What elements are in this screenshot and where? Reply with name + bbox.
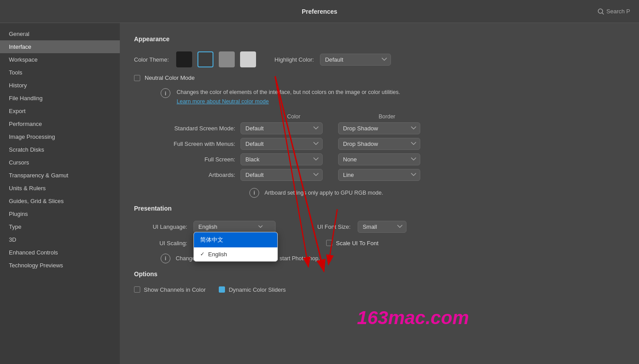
neutral-color-label: Neutral Color Mode	[145, 74, 195, 81]
sidebar-item-performance[interactable]: Performance	[0, 117, 120, 130]
color-theme-label: Color Theme:	[134, 56, 169, 63]
title-bar: Preferences Search P	[0, 0, 639, 23]
dynamic-color-checkbox[interactable]	[219, 286, 225, 293]
font-size-group: UI Font Size: Small Medium Large	[317, 221, 406, 233]
lang-chinese-label: 简体中文	[200, 236, 223, 244]
ui-language-value: English	[198, 223, 217, 230]
standard-screen-row: Standard Screen Mode: DefaultBlackGrayWh…	[134, 122, 625, 134]
theme-swatch-dark-mid[interactable]	[197, 51, 213, 67]
artboard-info-row: i Artboard settings only apply to GPU RG…	[134, 188, 625, 198]
search-area[interactable]: Search P	[598, 8, 630, 15]
sidebar-item-guides-grid[interactable]: Guides, Grid & Slices	[0, 195, 120, 207]
sidebar-item-units-rulers[interactable]: Units & Rulers	[0, 182, 120, 195]
full-screen-menus-color-dropdown[interactable]: DefaultBlackGrayWhite	[241, 138, 323, 150]
content-area: Appearance Color Theme: Highlight Color:…	[120, 23, 639, 364]
theme-swatch-light-mid[interactable]	[219, 51, 235, 67]
sidebar-item-3d[interactable]: 3D	[0, 233, 120, 246]
options-title: Options	[134, 270, 625, 278]
artboards-row: Artboards: DefaultBlackGrayWhite Drop Sh…	[134, 169, 625, 181]
presentation-section: Presentation UI Language: English 简体中文	[134, 205, 625, 263]
full-screen-menus-border-dropdown[interactable]: Drop ShadowNoneLine	[338, 138, 420, 150]
artboard-info-text: Artboard settings only apply to GPU RGB …	[264, 190, 383, 196]
options-row: Show Channels in Color Dynamic Color Sli…	[134, 286, 625, 293]
lang-option-english[interactable]: ✓ English	[194, 247, 277, 261]
lang-english-label: English	[208, 251, 227, 258]
info-link[interactable]: Learn more about Neutral color mode	[177, 98, 400, 105]
full-screen-menus-row: Full Screen with Menus: DefaultBlackGray…	[134, 138, 625, 150]
color-theme-row: Color Theme: Highlight Color: Default Bl…	[134, 51, 625, 67]
show-channels-label: Show Channels in Color	[144, 286, 205, 293]
color-column-header: Color	[245, 114, 343, 120]
sidebar: General Interface Workspace Tools Histor…	[0, 23, 120, 364]
ui-language-row: UI Language: English 简体中文 ✓ English	[134, 221, 625, 233]
full-screen-border-dropdown[interactable]: Drop ShadowNoneLine	[338, 153, 420, 165]
info-text: Changes the color of elements of the int…	[177, 88, 400, 97]
sidebar-item-workspace[interactable]: Workspace	[0, 53, 120, 66]
show-channels-option: Show Channels in Color	[134, 286, 205, 293]
watermark: 163mac.com	[357, 307, 469, 329]
sidebar-item-type[interactable]: Type	[0, 220, 120, 233]
lang-option-chinese[interactable]: 简体中文	[194, 232, 277, 247]
neutral-color-checkbox[interactable]	[134, 75, 140, 81]
sidebar-item-general[interactable]: General	[0, 27, 120, 40]
dynamic-color-label: Dynamic Color Sliders	[229, 286, 286, 293]
checkmark-icon: ✓	[200, 251, 205, 257]
border-column-header: Border	[343, 114, 431, 120]
changes-info-icon: i	[161, 254, 170, 263]
svg-line-1	[602, 13, 604, 14]
dropdown-chevron-icon	[258, 225, 263, 228]
full-screen-menus-label: Full Screen with Menus:	[134, 141, 241, 147]
theme-swatch-dark[interactable]	[176, 51, 192, 67]
sidebar-item-tools[interactable]: Tools	[0, 66, 120, 79]
ui-language-label: UI Language:	[134, 223, 187, 230]
full-screen-label: Full Screen:	[134, 156, 241, 163]
ui-language-dropdown[interactable]: English	[193, 221, 276, 233]
window-title: Preferences	[302, 8, 337, 15]
search-icon	[598, 8, 604, 15]
dynamic-color-option: Dynamic Color Sliders	[219, 286, 286, 293]
lang-dropdown-wrapper: English 简体中文 ✓ English	[193, 221, 276, 233]
appearance-title: Appearance	[134, 35, 625, 43]
sidebar-item-enhanced-controls[interactable]: Enhanced Controls	[0, 246, 120, 259]
search-label: Search P	[607, 8, 630, 15]
theme-swatch-light[interactable]	[240, 51, 256, 67]
screen-mode-header: Color Border	[134, 114, 625, 120]
sidebar-item-export[interactable]: Export	[0, 105, 120, 117]
artboards-border-dropdown[interactable]: Drop ShadowNoneLine	[338, 169, 420, 181]
sidebar-item-image-processing[interactable]: Image Processing	[0, 130, 120, 143]
neutral-color-row: Neutral Color Mode	[134, 74, 625, 81]
sidebar-item-history[interactable]: History	[0, 79, 120, 92]
sidebar-item-interface[interactable]: Interface	[0, 40, 120, 53]
standard-screen-label: Standard Screen Mode:	[134, 125, 241, 132]
ui-font-size-label: UI Font Size:	[317, 223, 351, 230]
artboards-label: Artboards:	[134, 172, 241, 178]
ui-scaling-label: UI Scaling:	[134, 240, 187, 247]
screen-mode-table: Color Border Standard Screen Mode: Defau…	[134, 114, 625, 181]
artboard-info-icon: i	[249, 188, 259, 198]
sidebar-item-technology-previews[interactable]: Technology Previews	[0, 259, 120, 272]
sidebar-item-plugins[interactable]: Plugins	[0, 207, 120, 220]
scale-ui-font-label: Scale UI To Font	[336, 240, 379, 247]
artboards-color-dropdown[interactable]: DefaultBlackGrayWhite	[241, 169, 323, 181]
standard-screen-border-dropdown[interactable]: Drop ShadowNoneLine	[338, 122, 420, 134]
options-section: Options Show Channels in Color Dynamic C…	[134, 270, 625, 293]
info-icon: i	[161, 88, 170, 98]
sidebar-item-file-handling[interactable]: File Handling	[0, 92, 120, 105]
standard-screen-color-dropdown[interactable]: DefaultBlackGrayWhite	[241, 122, 323, 134]
main-layout: General Interface Workspace Tools Histor…	[0, 23, 639, 364]
full-screen-color-dropdown[interactable]: DefaultBlackGrayWhite	[241, 153, 323, 165]
highlight-color-dropdown[interactable]: Default Blue Cyan Red	[320, 54, 391, 66]
language-popup: 简体中文 ✓ English	[193, 232, 278, 262]
sidebar-item-cursors[interactable]: Cursors	[0, 156, 120, 169]
appearance-section: Appearance Color Theme: Highlight Color:…	[134, 35, 625, 105]
sidebar-item-transparency-gamut[interactable]: Transparency & Gamut	[0, 169, 120, 182]
info-box: i Changes the color of elements of the i…	[134, 88, 625, 105]
ui-font-size-dropdown[interactable]: Small Medium Large	[358, 221, 406, 233]
highlight-color-label: Highlight Color:	[275, 56, 314, 63]
scale-ui-font-checkbox[interactable]	[326, 240, 332, 246]
sidebar-item-scratch-disks[interactable]: Scratch Disks	[0, 143, 120, 156]
full-screen-row: Full Screen: DefaultBlackGrayWhite Drop …	[134, 153, 625, 165]
show-channels-checkbox[interactable]	[134, 286, 140, 293]
presentation-title: Presentation	[134, 205, 625, 212]
